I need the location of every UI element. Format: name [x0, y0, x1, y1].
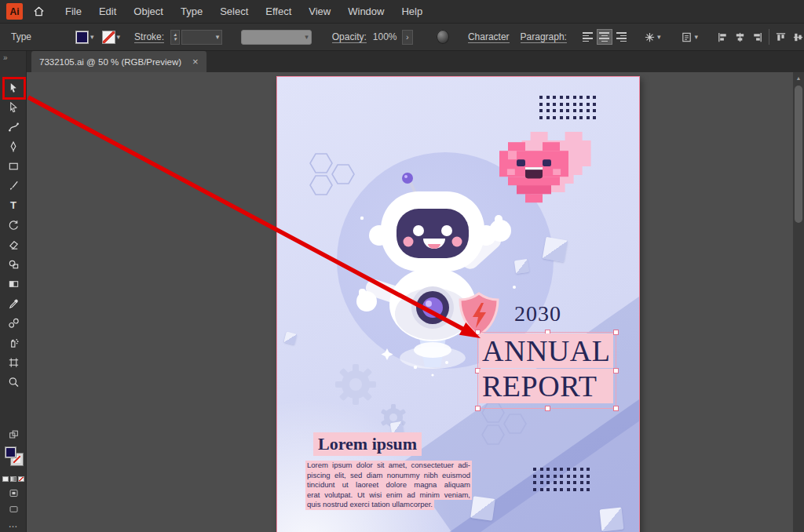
menu-item[interactable]: Help [393, 0, 431, 23]
align-center-icon[interactable] [597, 29, 612, 45]
menu-item[interactable]: Window [339, 0, 393, 23]
drawing-modes-icon[interactable] [8, 488, 20, 498]
fill-swatch-icon[interactable] [5, 446, 16, 458]
stroke-color-swatch[interactable] [102, 31, 115, 44]
chevron-down-icon: ▾ [694, 34, 698, 41]
menu-item[interactable]: Effect [257, 0, 300, 23]
poster-heading-text[interactable]: Lorem ipsum [313, 432, 422, 456]
panel-collapse-button[interactable]: » [3, 53, 8, 62]
horizontal-align-right-icon[interactable] [751, 31, 763, 43]
fill-color-control[interactable]: ▾ [75, 31, 94, 44]
scroll-up-button[interactable]: ▲ [793, 73, 804, 83]
stroke-label[interactable]: Stroke: [134, 31, 164, 43]
menu-item[interactable]: Edit [90, 0, 125, 23]
document-tab-title: 7332105.ai @ 50 % (RGB/Preview) [39, 57, 181, 67]
gradient-button[interactable] [10, 476, 16, 482]
poster-website-text[interactable]: WWW.YOURSITE.COM [615, 435, 623, 532]
type-tool[interactable]: T [3, 195, 24, 215]
artboard-tool-icon [8, 356, 20, 369]
pixel-heart-illustration[interactable] [499, 132, 594, 210]
align-right-icon[interactable] [614, 29, 630, 45]
opacity-value[interactable]: 100% [373, 31, 397, 42]
body-text-line: tincidunt ut laoreet dolore magna aliqua… [305, 480, 472, 490]
document-tab[interactable]: 7332105.ai @ 50 % (RGB/Preview) × [31, 51, 206, 72]
chevron-down-icon: ▾ [657, 34, 661, 41]
symbol-sprayer-tool[interactable] [3, 333, 24, 352]
chevron-down-icon: ▾ [305, 34, 309, 41]
eraser-tool[interactable] [3, 235, 24, 254]
chevron-down-icon[interactable]: ▾ [117, 34, 121, 41]
fill-color-swatch[interactable] [75, 31, 89, 44]
selection-handle[interactable] [613, 406, 619, 411]
stroke-color-control[interactable]: ▾ [102, 31, 121, 44]
vertical-align-top-icon[interactable] [775, 31, 787, 43]
draw-mode-icon[interactable] [8, 429, 20, 440]
vertical-scrollbar[interactable]: ▲ [793, 72, 804, 532]
paragraph-align-group [579, 29, 630, 45]
effects-button[interactable]: ▾ [644, 31, 661, 43]
menu-item[interactable]: Select [211, 0, 257, 23]
selection-handle[interactable] [613, 368, 619, 373]
curvature-tool[interactable] [3, 117, 24, 137]
selection-handle[interactable] [475, 406, 481, 411]
fill-stroke-swatches[interactable] [0, 445, 27, 472]
artboard[interactable]: 2030 ANNUAL REPORT Lorem ipsum [276, 76, 640, 532]
gradient-tool-icon [8, 278, 20, 290]
horizontal-align-left-icon[interactable] [717, 31, 729, 43]
zoom-tool-icon [8, 376, 20, 388]
brush-definition-select[interactable]: ▾ [241, 30, 312, 45]
rotate-tool[interactable] [3, 215, 24, 235]
stroke-weight-stepper[interactable]: ▴▾ [170, 30, 180, 45]
gradient-tool[interactable] [3, 274, 24, 293]
type-tool-icon: T [10, 199, 16, 211]
menu-item[interactable]: View [300, 0, 339, 23]
poster-year-text[interactable]: 2030 [514, 301, 561, 326]
character-label[interactable]: Character [468, 31, 510, 43]
none-button[interactable] [18, 476, 24, 482]
canvas[interactable]: 2030 ANNUAL REPORT Lorem ipsum [27, 72, 804, 532]
zoom-tool[interactable] [3, 372, 24, 392]
curvature-tool-icon [8, 121, 20, 133]
tool-list: T [0, 78, 27, 392]
screen-mode-icon[interactable] [8, 505, 20, 514]
vertical-align-center-icon[interactable] [792, 31, 804, 43]
menu-item[interactable]: Object [125, 0, 172, 23]
menu-item[interactable]: File [57, 0, 90, 23]
paintbrush-tool-icon [8, 180, 20, 192]
color-button[interactable] [2, 476, 9, 482]
paintbrush-tool[interactable] [3, 176, 24, 195]
cube-shape [284, 332, 298, 345]
poster-body-text[interactable]: Lorem ipsum dolor sit amet, consectetuer… [305, 461, 472, 510]
selection-handle[interactable] [545, 406, 550, 411]
shape-builder-tool[interactable] [3, 254, 24, 274]
paragraph-label[interactable]: Paragraph: [521, 31, 567, 43]
opacity-options-button[interactable]: › [402, 30, 413, 45]
options-bar: Type ▾ ▾ Stroke: ▴▾ ▾ ▾ Opacity: 100% › … [0, 24, 804, 51]
annotation-highlight-box [2, 77, 26, 100]
poster-title-lines: ANNUAL REPORT [479, 333, 613, 403]
blend-tool[interactable] [3, 313, 24, 333]
artboard-tool[interactable] [3, 352, 24, 372]
document-setup-button[interactable]: ▾ [681, 31, 698, 43]
opacity-label[interactable]: Opacity: [332, 31, 367, 43]
recolor-artwork-icon[interactable] [437, 30, 449, 44]
eyedropper-tool[interactable] [3, 293, 24, 313]
tools-panel: » [0, 51, 27, 532]
scrollbar-thumb[interactable] [795, 86, 802, 223]
poster-title-object[interactable]: ANNUAL REPORT [477, 332, 616, 409]
horizontal-align-center-icon[interactable] [734, 31, 746, 43]
pen-tool[interactable] [3, 137, 24, 156]
menu-bar: Ai FileEditObjectTypeSelectEffectViewWin… [0, 0, 804, 24]
chevron-down-icon[interactable]: ▾ [90, 34, 94, 41]
rectangle-tool[interactable] [3, 156, 24, 176]
menu-item[interactable]: Type [172, 0, 211, 23]
edit-toolbar-button[interactable]: … [9, 519, 19, 530]
body-text-line: erat volutpat. Ut wisi enim ad minim ven… [305, 490, 472, 501]
stepper-down-icon[interactable]: ▾ [174, 37, 177, 42]
tab-close-icon[interactable]: × [192, 56, 199, 67]
align-left-icon[interactable] [579, 29, 595, 45]
stroke-weight-select[interactable]: ▾ [181, 30, 222, 45]
selection-handle[interactable] [613, 330, 619, 335]
direct-selection-tool[interactable] [3, 97, 24, 117]
home-button[interactable] [28, 0, 49, 24]
